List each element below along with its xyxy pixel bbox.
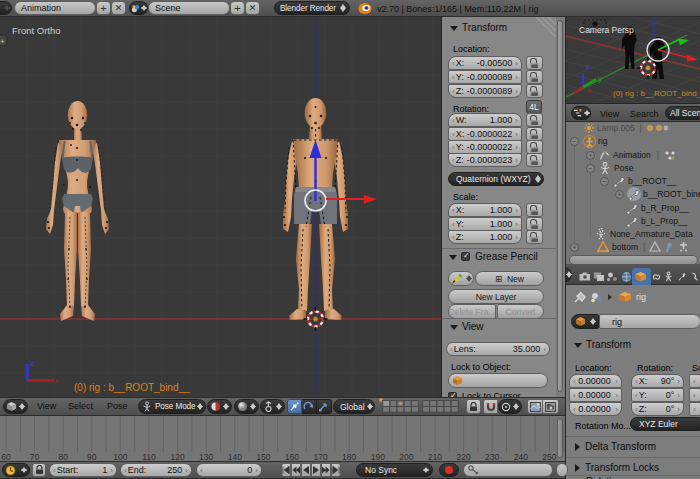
svg-text:150: 150 (256, 452, 270, 461)
svg-text:140: 140 (228, 452, 242, 461)
svg-text:210: 210 (428, 452, 442, 461)
svg-text:230: 230 (485, 452, 499, 461)
svg-text:Front Ortho: Front Ortho (12, 25, 61, 36)
svg-text:180: 180 (342, 452, 356, 461)
svg-text:y: y (598, 74, 602, 83)
svg-text:220: 220 (457, 452, 471, 461)
svg-text:x: x (55, 377, 59, 384)
svg-text:100: 100 (113, 452, 127, 461)
svg-text:160: 160 (285, 452, 299, 461)
svg-text:z: z (30, 359, 34, 368)
svg-text:240: 240 (514, 452, 528, 461)
svg-text:80: 80 (58, 452, 68, 461)
svg-text:190: 190 (371, 452, 385, 461)
svg-text:200: 200 (399, 452, 413, 461)
svg-text:Camera Persp: Camera Persp (579, 25, 634, 35)
svg-text:170: 170 (314, 452, 328, 461)
svg-text:x: x (587, 86, 591, 95)
svg-text:60: 60 (1, 452, 11, 461)
svg-text:250: 250 (542, 452, 556, 461)
svg-text:90: 90 (87, 452, 97, 461)
svg-text:(0) rig : b__ROOT_bind__: (0) rig : b__ROOT_bind__ (74, 382, 190, 393)
svg-text:(0) rig : b__ROOT_bind__: (0) rig : b__ROOT_bind__ (613, 89, 700, 98)
svg-text:rig: rig (636, 292, 646, 302)
svg-text:130: 130 (199, 452, 213, 461)
svg-text:120: 120 (171, 452, 185, 461)
svg-text:70: 70 (30, 452, 40, 461)
svg-text:110: 110 (142, 452, 156, 461)
svg-text:+: + (0, 37, 5, 46)
svg-text:z: z (586, 62, 590, 71)
